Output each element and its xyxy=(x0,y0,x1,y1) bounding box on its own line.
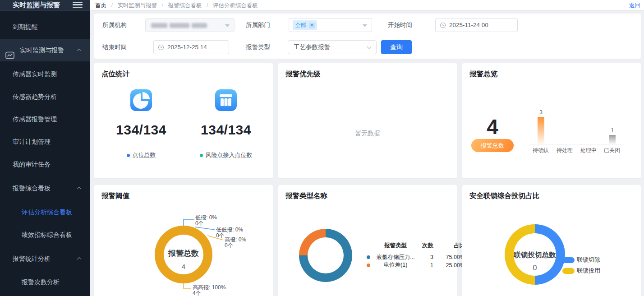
alarm-type-table: 报警类型 次数 占比 液氯存储压力... 3 75.00% 电位差(1) 1 2… xyxy=(364,242,465,269)
breadcrumb-item-current: 评估分析综合看板 xyxy=(213,2,258,9)
chevron-down-icon xyxy=(363,24,367,27)
sidebar-item-audit-plan[interactable]: 审计计划管理 xyxy=(0,130,90,153)
table-header-row: 报警类型 次数 占比 xyxy=(364,242,465,250)
breadcrumb-item[interactable]: 报警综合看板 xyxy=(168,2,202,9)
alarm-type-label: 报警类型 xyxy=(246,40,270,54)
alarm-total-badge: 报警总数 xyxy=(471,139,514,152)
clock-icon xyxy=(158,44,164,52)
legend-label: 联锁切除 xyxy=(577,256,600,264)
card-alarm-priority: 报警优先级 暂无数据 xyxy=(278,63,457,178)
pie-chart-icon xyxy=(130,89,152,111)
legend-label: 联锁投用 xyxy=(577,267,600,275)
chevron-down-icon xyxy=(367,45,372,49)
x-tick-label: 处理中 xyxy=(576,147,601,154)
card-point-stats: 点位统计 134/134 134/134 点位总数 风险点接入点位数 xyxy=(94,63,273,178)
risk-point-value: 134/134 xyxy=(190,123,262,137)
sidebar-item-realtime-monitoring-group[interactable]: 实时监测与报警 xyxy=(0,39,90,61)
callout-low-alarm: 低报: 0% 0个 xyxy=(195,215,217,226)
sidebar-item-expiry-reminder[interactable]: 到期提醒 xyxy=(0,15,90,38)
breadcrumb-separator: / xyxy=(207,2,208,9)
legend-swatch-interlock-on xyxy=(562,268,575,274)
x-tick-label: 待确认 xyxy=(528,147,553,154)
sidebar-item-sensor-alarm[interactable]: 传感器报警管理 xyxy=(0,108,90,130)
callout-highhigh-alarm: 高高报: 100% 4个 xyxy=(193,285,225,296)
search-button[interactable]: 查询 xyxy=(381,40,412,54)
alarm-type-donut-chart xyxy=(299,229,352,282)
bar-closed xyxy=(609,135,616,144)
breadcrumb-separator: / xyxy=(161,2,163,9)
empty-placeholder: 暂无数据 xyxy=(278,130,457,138)
card-title: 点位统计 xyxy=(101,69,129,79)
dept-select[interactable]: 全部 ✕ xyxy=(289,18,372,32)
card-title: 报警总览 xyxy=(469,69,497,79)
sidebar-item-sensor-realtime[interactable]: 传感器实时监测 xyxy=(0,63,90,85)
alarm-type-select[interactable]: 工艺参数报警 xyxy=(288,40,377,54)
menu-collapse-icon[interactable] xyxy=(73,2,83,8)
card-title: 报警类型名称 xyxy=(285,191,327,201)
sidebar-item-alarm-count-analysis[interactable]: 报警次数分析 xyxy=(0,271,90,293)
point-total-value: 134/134 xyxy=(105,123,177,137)
chevron-down-icon xyxy=(225,24,230,27)
point-total-legend: 点位总数 xyxy=(101,151,182,159)
breadcrumb-item[interactable]: 实时监测与报警 xyxy=(117,2,157,9)
card-title: 安全联锁综合投切占比 xyxy=(469,191,539,201)
bar-pending-confirm xyxy=(538,117,544,144)
end-time-label: 结束时间 xyxy=(102,40,127,54)
breadcrumb-separator: / xyxy=(111,2,112,9)
sidebar: 实时监测与报警 到期提醒 实时监测与报警 传感器实时监测 传感器趋势分析 传感器… xyxy=(0,0,90,296)
table-divider xyxy=(364,252,465,252)
filter-panel: 所属机构 所属部门 全部 ✕ 开始时间 2025-11-24 00 结束时间 2… xyxy=(94,14,641,59)
columns-chart-icon xyxy=(215,89,237,111)
sidebar-item-sensor-trend[interactable]: 传感器趋势分析 xyxy=(0,85,90,108)
x-axis xyxy=(529,144,625,144)
callout-high-alarm: 高报: 0% 0个 xyxy=(225,237,246,248)
table-row: 液氯存储压力... 3 75.00% xyxy=(364,254,465,262)
app-root: 实时监测与报警 到期提醒 实时监测与报警 传感器实时监测 传感器趋势分析 传感器… xyxy=(0,0,644,296)
tag-close-icon[interactable]: ✕ xyxy=(309,23,315,28)
chevron-up-icon xyxy=(77,49,82,53)
bar-value: 1 xyxy=(600,127,625,134)
sidebar-app-title: 实时监测与报警 xyxy=(13,0,60,10)
sidebar-item-evaluation-dashboard[interactable]: 评估分析综合看板 xyxy=(0,201,90,223)
org-select-value-obscured xyxy=(151,23,207,28)
card-title: 报警优先级 xyxy=(285,69,321,79)
legend-dot xyxy=(127,154,130,157)
sidebar-item-kpi-dashboard[interactable]: 绩效指标综合看板 xyxy=(0,223,90,246)
legend-swatch-interlock-cut xyxy=(562,257,575,263)
dept-label: 所属部门 xyxy=(246,18,270,32)
card-alarm-threshold: 报警阈值 报警总数 4 低报: 0% 0个 低低报: 0% 0个 高报: 0% … xyxy=(94,185,273,296)
x-tick-label: 待处理 xyxy=(552,147,577,154)
back-link[interactable]: 返回 xyxy=(629,2,640,9)
chevron-up-icon xyxy=(77,257,82,262)
card-interlock-ratio: 安全联锁综合投切占比 联锁投切总数 0 联锁切除 联锁投用 xyxy=(462,185,641,296)
org-select[interactable] xyxy=(145,18,235,32)
sidebar-item-alarm-statistics-group[interactable]: 报警统计分析 xyxy=(0,247,90,270)
chevron-up-icon xyxy=(77,187,82,191)
end-time-input[interactable]: 2025-12-25 14 xyxy=(153,40,229,54)
alarm-total-value: 4 xyxy=(473,116,512,137)
start-time-label: 开始时间 xyxy=(388,18,412,32)
legend-dot xyxy=(200,154,203,157)
x-tick-label: 已关闭 xyxy=(599,147,625,154)
card-alarm-overview: 报警总览 4 报警总数 3 1 待确认 待处理 处理中 已关闭 xyxy=(462,63,641,178)
legend-dot xyxy=(367,264,370,267)
sidebar-item-alarm-dashboard-group[interactable]: 报警综合看板 xyxy=(0,177,90,199)
risk-point-legend: 风险点接入点位数 xyxy=(185,151,267,159)
legend-dot xyxy=(367,255,370,259)
clock-icon xyxy=(440,22,446,30)
breadcrumb: 首页 / 实时监测与报警 / 报警综合看板 / 评估分析综合看板 xyxy=(95,2,258,9)
sidebar-header: 实时监测与报警 xyxy=(0,0,90,11)
start-time-input[interactable]: 2025-11-24 00 xyxy=(435,18,518,32)
topbar: 首页 / 实时监测与报警 / 报警综合看板 / 评估分析综合看板 返回 xyxy=(90,0,644,10)
donut-center-label: 联锁投切总数 xyxy=(503,250,566,260)
table-row: 电位差(1) 1 25.00% xyxy=(364,261,465,269)
dept-tag: 全部 ✕ xyxy=(293,20,317,30)
donut-center-value: 0 xyxy=(503,264,566,272)
sidebar-item-my-audit-tasks[interactable]: 我的审计任务 xyxy=(0,153,90,176)
org-label: 所属机构 xyxy=(102,18,127,32)
card-alarm-types: 报警类型名称 报警类型 次数 占比 液氯存储压力... 3 75.00% 电位差… xyxy=(278,185,457,296)
breadcrumb-home[interactable]: 首页 xyxy=(95,2,106,9)
bar-value: 3 xyxy=(529,109,553,116)
